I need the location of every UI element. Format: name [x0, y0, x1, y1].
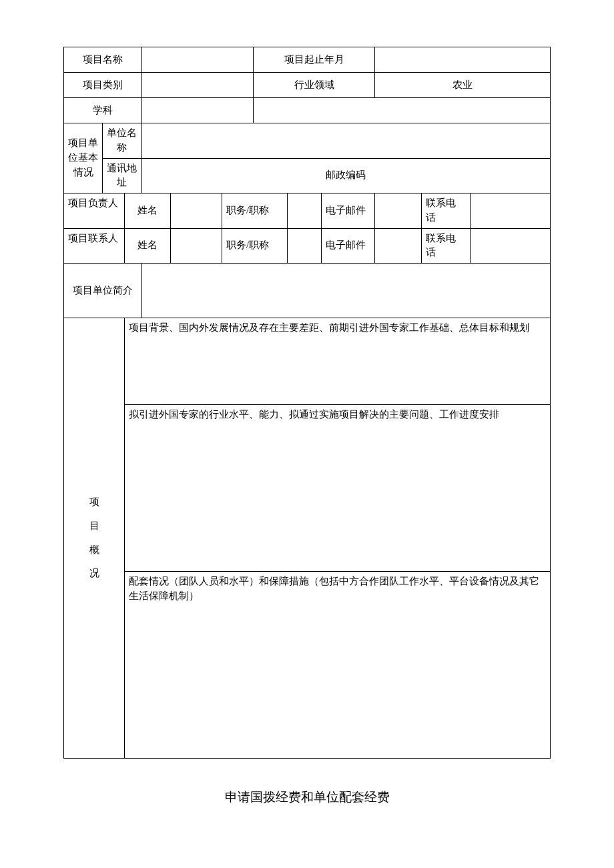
- field-address-postal[interactable]: 邮政编码: [141, 158, 550, 193]
- field-contact-position[interactable]: [288, 228, 322, 264]
- field-leader-position[interactable]: [288, 193, 322, 229]
- label-contact-name: 姓名: [125, 228, 171, 264]
- field-unit-intro[interactable]: [141, 264, 550, 318]
- label-project-category: 项目类别: [64, 73, 142, 98]
- label-unit-intro: 项目单位简介: [64, 264, 142, 318]
- overview-char-4: 况: [68, 566, 120, 581]
- label-contact: 项目联系人: [64, 228, 125, 264]
- project-form-table: 项目名称 项目起止年月 项目类别 行业领域 农业 学科 项目单位基本情况 单位名…: [63, 47, 551, 759]
- field-industry-field[interactable]: 农业: [375, 73, 551, 98]
- label-leader-email: 电子邮件: [322, 193, 375, 229]
- field-project-period[interactable]: [375, 47, 551, 73]
- field-contact-phone[interactable]: [470, 228, 550, 264]
- label-contact-email: 电子邮件: [322, 228, 375, 264]
- field-discipline-extra[interactable]: [254, 98, 551, 123]
- label-contact-phone: 联系电话: [421, 228, 470, 264]
- label-project-name: 项目名称: [64, 47, 142, 73]
- field-discipline[interactable]: [141, 98, 254, 123]
- overview-char-2: 目: [68, 519, 120, 534]
- label-address: 通讯地址: [103, 158, 141, 193]
- field-overview-section3[interactable]: 配套情况（团队人员和水平）和保障措施（包括中方合作团队工作水平、平台设备情况及其…: [125, 572, 551, 759]
- footer-title: 申请国拨经费和单位配套经费: [63, 789, 551, 806]
- field-overview-section1[interactable]: 项目背景、国内外发展情况及存在主要差距、前期引进外国专家工作基础、总体目标和规划: [125, 318, 551, 405]
- field-unit-name[interactable]: [141, 123, 550, 159]
- label-leader: 项目负责人: [64, 193, 125, 229]
- field-contact-name[interactable]: [171, 228, 222, 264]
- label-leader-position: 职务/职称: [222, 193, 287, 229]
- label-project-period: 项目起止年月: [254, 47, 375, 73]
- label-project-overview: 项 目 概 况: [64, 318, 125, 759]
- field-leader-email[interactable]: [375, 193, 421, 229]
- label-contact-position: 职务/职称: [222, 228, 287, 264]
- field-overview-section2[interactable]: 拟引进外国专家的行业水平、能力、拟通过实施项目解决的主要问题、工作进度安排: [125, 405, 551, 572]
- overview-char-3: 概: [68, 543, 120, 558]
- field-leader-phone[interactable]: [470, 193, 550, 229]
- overview-char-1: 项: [68, 495, 120, 510]
- field-leader-name[interactable]: [171, 193, 222, 229]
- field-project-name[interactable]: [141, 47, 254, 73]
- field-project-category[interactable]: [141, 73, 254, 98]
- label-discipline: 学科: [64, 98, 142, 123]
- label-industry-field: 行业领域: [254, 73, 375, 98]
- label-leader-name: 姓名: [125, 193, 171, 229]
- label-unit-name: 单位名称: [103, 123, 141, 159]
- label-leader-phone: 联系电话: [421, 193, 470, 229]
- field-contact-email[interactable]: [375, 228, 421, 264]
- label-unit-basic: 项目单位基本情况: [64, 123, 103, 193]
